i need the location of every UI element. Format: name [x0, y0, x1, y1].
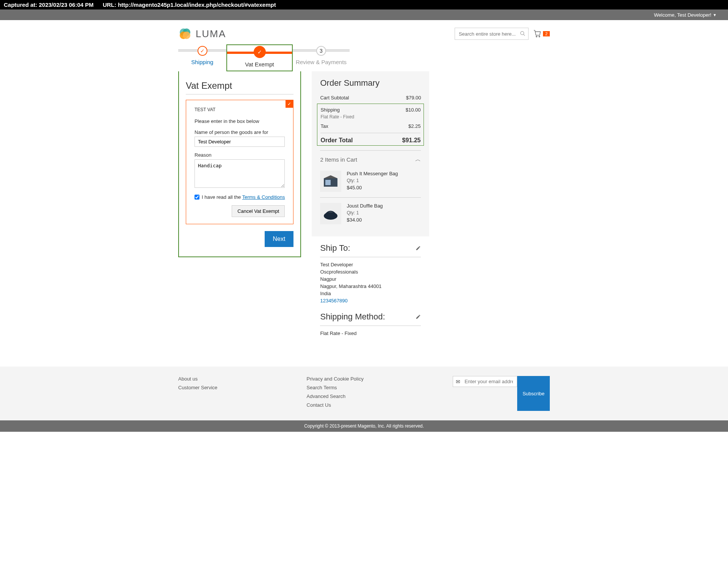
total-value: $91.25 [402, 137, 421, 144]
cart-count-badge: 2 [543, 31, 550, 36]
step-review-payments[interactable]: 3 Review & Payments [293, 44, 350, 65]
footer-link[interactable]: Privacy and Cookie Policy [307, 376, 364, 382]
cancel-vat-exempt-button[interactable]: Cancel Vat Exempt [232, 205, 285, 217]
item-qty: Qty: 1 [347, 210, 383, 215]
logo[interactable]: LUMA [178, 27, 226, 41]
item-price: $34.00 [347, 217, 383, 223]
cart-item: Push It Messenger Bag Qty: 1 $45.00 [320, 165, 421, 198]
subscribe-button[interactable]: Subscribe [517, 376, 550, 411]
svg-point-4 [521, 31, 524, 35]
vat-instruction: Please enter in the box below [195, 118, 285, 124]
shipping-label: Shipping [320, 107, 340, 113]
check-icon: ✓ [254, 46, 266, 58]
tax-value: $2.25 [408, 123, 421, 129]
name-input[interactable] [195, 137, 285, 147]
summary-title: Order Summary [320, 78, 421, 88]
ship-to-section: Ship To: Test Developer Oscprofessionals… [312, 236, 429, 304]
newsletter-form: ✉ Subscribe [453, 376, 550, 411]
search-input[interactable] [455, 28, 529, 40]
cart-icon [533, 30, 541, 38]
terms-checkbox[interactable] [195, 195, 199, 200]
addr-line: Test Developer [320, 262, 421, 267]
vat-heading: TEST VAT [195, 107, 285, 112]
summary-highlight: Shipping $10.00 Flat Rate - Fixed Tax $2… [317, 104, 424, 146]
chevron-up-icon: ︿ [415, 156, 421, 163]
subtotal-value: $79.00 [406, 95, 421, 101]
item-qty: Qty: 1 [347, 178, 398, 183]
mail-icon: ✉ [456, 379, 460, 385]
step-vat-exempt[interactable]: ✓ Vat Exempt [227, 46, 292, 68]
step-label: Review & Payments [293, 59, 350, 65]
check-icon: ✓ [198, 46, 207, 56]
svg-point-3 [183, 31, 190, 39]
cart-item: Joust Duffle Bag Qty: 1 $34.00 [320, 198, 421, 230]
luma-logo-icon [178, 27, 192, 41]
step-vat-exempt-highlight: ✓ Vat Exempt [226, 44, 293, 71]
svg-point-7 [539, 36, 540, 37]
top-welcome-bar: Welcome, Test Developer! ▼ [0, 9, 728, 20]
step-label: Vat Exempt [227, 61, 292, 68]
terms-link[interactable]: Terms & Conditions [242, 194, 285, 200]
welcome-text[interactable]: Welcome, Test Developer! [654, 12, 711, 18]
capture-bar: Captured at: 2023/02/23 06:04 PM URL: ht… [0, 0, 728, 9]
pencil-icon[interactable] [416, 245, 421, 251]
shipping-method: Flat Rate - Fixed [320, 114, 420, 120]
copyright: Copyright © 2013-present Magento, Inc. A… [0, 420, 728, 432]
addr-line: Nagpur, Maharashtra 44001 [320, 283, 421, 289]
footer-link[interactable]: Contact Us [307, 402, 364, 408]
check-icon: ✓ [286, 100, 293, 108]
logo-text: LUMA [196, 28, 226, 40]
order-summary: Order Summary Cart Subtotal $79.00 Shipp… [312, 71, 429, 236]
capture-url: URL: http://magento245p1.local/index.php… [103, 2, 276, 8]
page-header: LUMA 2 [178, 20, 550, 44]
product-thumbnail [320, 203, 341, 224]
reason-textarea[interactable] [195, 159, 285, 188]
ship-method-section: Shipping Method: Flat Rate - Fixed [312, 305, 429, 336]
addr-line: Oscprofessionals [320, 269, 421, 275]
step-shipping[interactable]: ✓ Shipping [178, 44, 226, 65]
svg-rect-9 [325, 180, 331, 185]
svg-line-5 [523, 34, 525, 36]
main-content-highlight: Vat Exempt ✓ TEST VAT Please enter in th… [178, 71, 301, 257]
next-button[interactable]: Next [265, 231, 294, 247]
addr-line: Nagpur [320, 276, 421, 282]
addr-line: India [320, 291, 421, 296]
step-label: Shipping [178, 59, 226, 65]
pencil-icon[interactable] [416, 314, 421, 319]
item-name: Joust Duffle Bag [347, 203, 383, 209]
product-thumbnail [320, 171, 341, 192]
svg-point-6 [536, 36, 537, 37]
minicart[interactable]: 2 [533, 30, 550, 38]
step-number: 3 [316, 46, 326, 56]
terms-text: I have read all the Terms & Conditions [202, 194, 285, 200]
tax-label: Tax [320, 123, 328, 129]
items-toggle[interactable]: 2 Items in Cart ︿ [320, 150, 421, 165]
subtotal-label: Cart Subtotal [320, 95, 349, 101]
total-label: Order Total [320, 137, 353, 144]
ship-method-title: Shipping Method: [320, 312, 385, 322]
name-label: Name of person the goods are for [195, 129, 285, 135]
capture-timestamp: Captured at: 2023/02/23 06:04 PM [4, 2, 94, 8]
newsletter-input[interactable] [453, 376, 517, 387]
section-title: Vat Exempt [186, 76, 293, 94]
footer: About us Customer Service Privacy and Co… [0, 367, 728, 420]
reason-label: Reason [195, 152, 285, 158]
vat-exempt-form: ✓ TEST VAT Please enter in the box below… [186, 100, 293, 224]
addr-phone[interactable]: 1234567890 [320, 298, 421, 304]
footer-link[interactable]: Customer Service [178, 385, 217, 390]
footer-link[interactable]: Search Terms [307, 385, 364, 390]
shipping-value: $10.00 [406, 107, 421, 113]
chevron-down-icon[interactable]: ▼ [713, 13, 717, 17]
search-icon[interactable] [520, 31, 526, 36]
item-name: Push It Messenger Bag [347, 171, 398, 176]
sidebar: Order Summary Cart Subtotal $79.00 Shipp… [312, 71, 429, 336]
item-price: $45.00 [347, 185, 398, 190]
ship-to-title: Ship To: [320, 243, 350, 253]
footer-link[interactable]: Advanced Search [307, 393, 364, 399]
ship-method-value: Flat Rate - Fixed [320, 330, 421, 336]
footer-link[interactable]: About us [178, 376, 217, 382]
